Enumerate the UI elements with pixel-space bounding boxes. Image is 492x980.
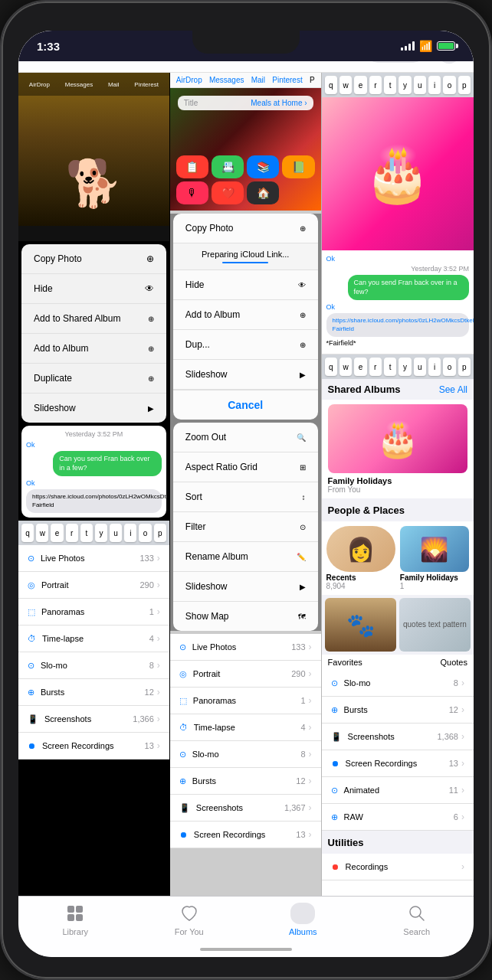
key-p-rb[interactable]: p: [458, 358, 471, 376]
hide-item[interactable]: Hide 👁: [21, 274, 166, 304]
key-t-rb[interactable]: t: [384, 358, 396, 376]
slomo-item-right[interactable]: ⊙ Slo-mo 8 ›: [322, 670, 474, 697]
key-r-r[interactable]: r: [369, 76, 382, 94]
raw-item-right[interactable]: ⊕ RAW 6 ›: [322, 804, 474, 831]
tab-library-label: Library: [62, 927, 88, 936]
tab-for-you[interactable]: For You: [133, 903, 247, 936]
raw-label-right: RAW: [344, 812, 363, 822]
key-q-r[interactable]: q: [325, 76, 337, 94]
slideshow-label-1: Slideshow: [34, 403, 76, 413]
show-map-item[interactable]: Show Map 🗺: [173, 602, 318, 631]
panoramas-item-left[interactable]: ⬚ Panoramas 1 ›: [18, 599, 169, 626]
slomo-item-mid[interactable]: ⊙ Slo-mo 8 ›: [170, 741, 321, 768]
slideshow-item-1[interactable]: Slideshow ▶: [21, 394, 166, 423]
copy-photo-mid[interactable]: Copy Photo ⊕: [173, 214, 318, 243]
key-t-r[interactable]: t: [384, 76, 396, 94]
key-p-r[interactable]: p: [458, 76, 471, 94]
dog-photo[interactable]: [18, 73, 169, 226]
tab-search[interactable]: Search: [360, 903, 474, 936]
timelapse-item-mid[interactable]: ⏱ Time-lapse 4 ›: [170, 714, 321, 741]
key-w-r[interactable]: w: [339, 76, 352, 94]
bursts-item-left[interactable]: ⊕ Bursts 12 ›: [18, 679, 169, 706]
notch: [192, 31, 300, 54]
see-all-link[interactable]: See All: [439, 384, 467, 395]
tab-albums[interactable]: Albums: [246, 903, 360, 936]
bursts-item-mid[interactable]: ⊕ Bursts 12 ›: [170, 768, 321, 795]
key-y[interactable]: y: [95, 524, 107, 542]
key-r[interactable]: r: [66, 524, 78, 542]
portrait-item-mid[interactable]: ◎ Portrait 290 ›: [170, 661, 321, 688]
screenshots-item-left[interactable]: 📱 Screenshots 1,366 ›: [18, 706, 169, 733]
chevron-portrait-mid: ›: [309, 668, 312, 679]
volume-down-button[interactable]: [0, 220, 2, 266]
screenrec-item-right[interactable]: ⏺ Screen Recordings 13 ›: [322, 750, 474, 777]
family-holidays-thumb[interactable]: 🎂: [328, 404, 467, 473]
panoramas-item-mid[interactable]: ⬚ Panoramas 1 ›: [170, 688, 321, 714]
animated-item-right[interactable]: ⊙ Animated 11 ›: [322, 777, 474, 804]
portrait-item-left[interactable]: ◎ Portrait 290 ›: [18, 572, 169, 599]
key-q-rb[interactable]: q: [325, 358, 337, 376]
tab-library[interactable]: Library: [18, 903, 133, 936]
rename-item[interactable]: Rename Album ✏️: [173, 542, 318, 572]
key-u-r[interactable]: u: [414, 76, 426, 94]
screenrec-item-mid[interactable]: ⏺ Screen Recordings 13 ›: [170, 822, 321, 848]
progress-bar: [222, 262, 268, 263]
key-e-rb[interactable]: e: [354, 358, 366, 376]
people-item-1[interactable]: 👩 Recents 8,904: [326, 526, 395, 590]
mute-button[interactable]: [0, 124, 2, 151]
timelapse-item-left[interactable]: ⏱ Time-lapse 4 ›: [18, 626, 169, 652]
key-r-rb[interactable]: r: [369, 358, 382, 376]
key-q[interactable]: q: [21, 524, 34, 542]
key-i-rb[interactable]: i: [428, 358, 441, 376]
aspect-label: Aspect Ratio Grid: [185, 462, 257, 472]
key-p[interactable]: p: [154, 524, 166, 542]
key-i-r[interactable]: i: [428, 76, 441, 94]
bursts-item-right[interactable]: ⊕ Bursts 12 ›: [322, 697, 474, 724]
chevron-live-mid: ›: [309, 642, 312, 652]
sort-icon: ↕: [302, 493, 306, 501]
key-y-rb[interactable]: y: [399, 358, 411, 376]
slideshow-item-2[interactable]: Slideshow ▶: [173, 572, 318, 602]
copy-photo-item[interactable]: Copy Photo ⊕: [21, 244, 166, 274]
key-e-r[interactable]: e: [354, 76, 366, 94]
screenshots-item-right[interactable]: 📱 Screenshots 1,368 ›: [322, 724, 474, 750]
screenrec-item-left[interactable]: ⏺ Screen Recordings 13 ›: [18, 733, 169, 760]
duplicate-mid[interactable]: Dup... ⊕: [173, 330, 318, 360]
key-w[interactable]: w: [36, 524, 48, 542]
cancel-label-mid[interactable]: Cancel: [228, 399, 263, 411]
key-e[interactable]: e: [51, 524, 63, 542]
screenshots-item-mid[interactable]: 📱 Screenshots 1,367 ›: [170, 795, 321, 822]
recordings-item[interactable]: ⏺ Recordings ›: [322, 854, 474, 880]
key-u-rb[interactable]: u: [414, 358, 426, 376]
live-photos-item-left[interactable]: ⊙ Live Photos 133 ›: [18, 545, 169, 572]
key-o-rb[interactable]: o: [443, 358, 455, 376]
key-w-rb[interactable]: w: [339, 358, 352, 376]
key-o[interactable]: o: [139, 524, 151, 542]
add-shared-album-item[interactable]: Add to Shared Album ⊕: [21, 304, 166, 334]
hide-mid[interactable]: Hide 👁: [173, 270, 318, 300]
key-t[interactable]: t: [80, 524, 93, 542]
favorites-quotes-labels: Favorites Quotes: [322, 655, 474, 670]
duplicate-item[interactable]: Duplicate ⊕: [21, 364, 166, 394]
sort-item[interactable]: Sort ↕: [173, 482, 318, 512]
slideshow-mid[interactable]: Slideshow ▶: [173, 360, 318, 390]
volume-up-button[interactable]: [0, 162, 2, 208]
live-count-left: 133: [139, 554, 153, 563]
key-u[interactable]: u: [110, 524, 122, 542]
screenshots-count-right: 1,368: [437, 732, 458, 741]
live-photos-item-mid[interactable]: ⊙ Live Photos 133 ›: [170, 634, 321, 661]
person-thumb-1: 👩: [326, 526, 395, 572]
key-i[interactable]: i: [124, 524, 136, 542]
filter-item[interactable]: Filter ⊙: [173, 512, 318, 542]
hide-label: Hide: [34, 283, 53, 294]
slomo-item-left[interactable]: ⊙ Slo-mo 8 ›: [18, 652, 169, 679]
zoom-out-item[interactable]: Zoom Out 🔍: [173, 423, 318, 452]
key-o-r[interactable]: o: [443, 76, 455, 94]
add-album-item[interactable]: Add to Album ⊕: [21, 334, 166, 364]
add-to-album-mid[interactable]: Add to Album ⊕: [173, 300, 318, 330]
aspect-grid-item[interactable]: Aspect Ratio Grid ⊞: [173, 452, 318, 482]
cake-photo: 🎂: [322, 97, 474, 250]
key-y-r[interactable]: y: [399, 76, 411, 94]
home-icon: 🏠: [247, 181, 279, 204]
people-item-2[interactable]: 🌄 Family Holidays 1: [400, 526, 469, 590]
